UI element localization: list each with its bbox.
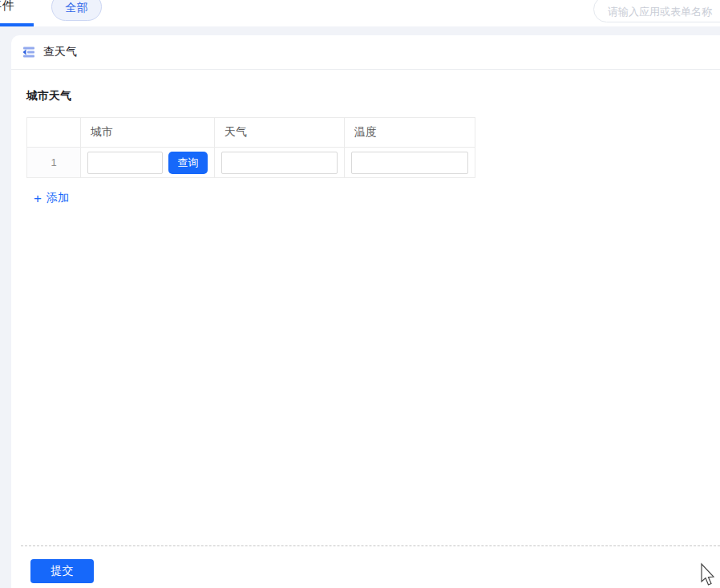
form-body: 城市天气 城市 天气 温度 1	[11, 70, 720, 206]
subtable-label: 城市天气	[26, 89, 720, 103]
table-header-index	[27, 118, 81, 148]
query-button[interactable]: 查询	[168, 152, 208, 174]
row-number: 1	[27, 148, 81, 178]
table-header-city: 城市	[81, 118, 215, 148]
page-root: 事件 全部 查天气 城市天气	[0, 0, 720, 588]
add-row-label: 添加	[47, 191, 69, 205]
filter-pill-label: 全部	[66, 1, 88, 15]
temperature-cell	[345, 148, 475, 178]
form-card-header: 查天气	[11, 35, 720, 70]
table-header-row: 城市 天气 温度	[27, 118, 475, 148]
top-tab-bar: 事件 全部	[0, 0, 720, 26]
submit-button[interactable]: 提交	[30, 559, 94, 583]
active-tab-underline	[0, 23, 34, 26]
temperature-input[interactable]	[351, 152, 468, 174]
city-cell: 查询	[81, 148, 215, 178]
tab-events[interactable]: 事件	[0, 0, 15, 14]
add-row-link[interactable]: + 添加	[34, 191, 69, 205]
city-weather-table: 城市 天气 温度 1 查询	[26, 117, 475, 178]
table-header-weather: 天气	[215, 118, 345, 148]
city-input[interactable]	[87, 152, 163, 174]
form-card: 查天气 城市天气 城市 天气 温度 1	[11, 35, 720, 588]
weather-input[interactable]	[221, 152, 338, 174]
page-title: 查天气	[43, 45, 77, 59]
footer-dashed-divider	[21, 545, 720, 546]
search-input[interactable]	[593, 0, 720, 22]
table-header-temperature: 温度	[345, 118, 475, 148]
back-to-list-icon[interactable]	[21, 44, 37, 60]
plus-icon: +	[34, 192, 42, 205]
filter-pill-all[interactable]: 全部	[51, 0, 102, 21]
weather-cell	[215, 148, 345, 178]
table-row: 1 查询	[27, 148, 475, 178]
